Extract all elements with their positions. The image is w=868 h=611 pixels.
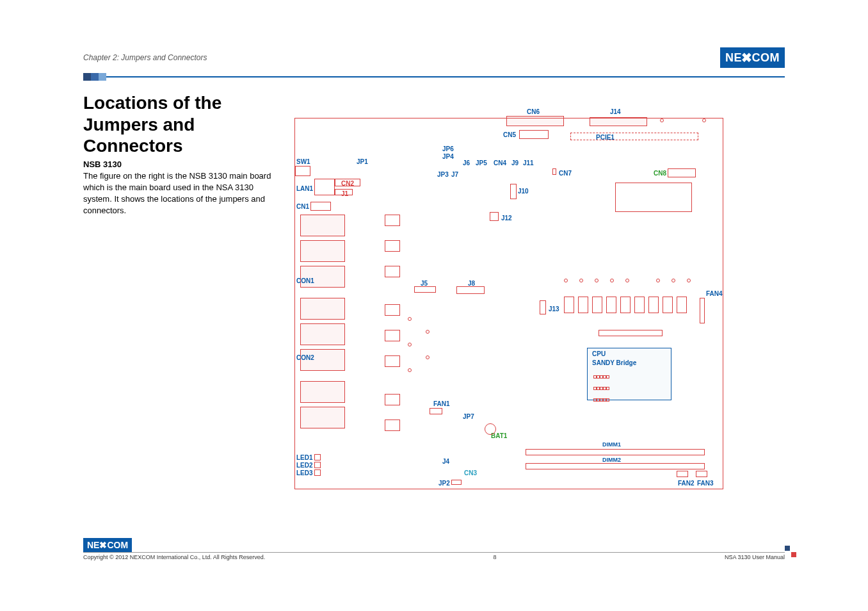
mount-hole-icon	[702, 118, 706, 122]
label-jp5: JP5	[476, 159, 487, 167]
label-con2: CON2	[296, 354, 314, 361]
conn-j12	[490, 212, 499, 221]
logo-x-icon: ✖	[99, 540, 107, 550]
lan-port-block	[300, 298, 345, 320]
label-j14: J14	[610, 108, 621, 115]
slot-dimm1	[526, 449, 705, 455]
label-jp2: JP2	[438, 480, 450, 487]
manual-title: NSA 3130 User Manual	[725, 554, 785, 560]
slot-dimm2	[526, 463, 705, 469]
label-fan1: FAN1	[433, 400, 450, 407]
label-j9: J9	[511, 159, 518, 167]
footer-rule	[83, 552, 785, 553]
label-cn8: CN8	[654, 170, 666, 177]
label-dimm2: DIMM2	[602, 457, 621, 463]
label-cpu: CPU	[592, 350, 606, 357]
label-fan4: FAN4	[706, 290, 723, 297]
label-j10: J10	[518, 188, 529, 195]
chapter-header: Chapter 2: Jumpers and Connectors	[83, 53, 207, 62]
mount-hole-icon	[660, 118, 664, 122]
label-j4: J4	[442, 458, 449, 465]
label-lan1: LAN1	[296, 185, 313, 192]
led-icon	[314, 454, 321, 460]
label-led1: LED1	[296, 454, 313, 461]
battery-icon	[485, 423, 496, 435]
decorative-squares	[83, 73, 106, 81]
conn-cn6	[506, 116, 564, 126]
label-j11: J11	[523, 159, 534, 167]
conn-cn8	[668, 168, 696, 177]
label-jp7: JP7	[463, 413, 474, 420]
conn-j8	[456, 286, 485, 294]
logo-x-icon: ✖	[741, 50, 753, 65]
label-cn7: CN7	[559, 170, 572, 177]
label-dimm1: DIMM1	[602, 441, 621, 448]
label-cn4: CN4	[494, 159, 506, 167]
label-j13: J13	[549, 306, 559, 313]
label-cn6: CN6	[527, 108, 540, 115]
label-fan2: FAN2	[678, 480, 695, 487]
copyright-text: Copyright © 2012 NEXCOM International Co…	[83, 554, 265, 560]
label-sw1: SW1	[296, 158, 310, 165]
mainboard-diagram: CN6 J14 CN5 PCIE1 JP6 JP4 SW1 JP1 J6 JP5…	[294, 118, 723, 489]
conn-jp2	[451, 480, 462, 485]
lan-port-block	[300, 215, 345, 236]
subtitle-model: NSB 3130	[83, 159, 282, 169]
conn-fan1	[430, 408, 442, 414]
conn-cn7	[552, 168, 556, 175]
brand-logo-bottom: NE✖COM	[83, 538, 132, 552]
conn-cn1	[310, 202, 331, 211]
intro-paragraph: The figure on the right is the NSB 3130 …	[83, 170, 282, 217]
label-j12: J12	[501, 215, 512, 222]
label-cn5: CN5	[503, 131, 516, 138]
label-j6: J6	[463, 159, 470, 167]
resistor-row	[599, 330, 663, 336]
page-title: Locations of the Jumpers and Connectors	[83, 92, 282, 157]
conn-j5	[414, 286, 436, 293]
lan-port-block	[300, 240, 345, 262]
slot-pcie1	[570, 133, 698, 140]
label-cn1: CN1	[296, 203, 309, 210]
label-jp1: JP1	[357, 158, 368, 165]
label-con1: CON1	[296, 277, 314, 284]
label-cn3: CN3	[464, 469, 477, 477]
lan-port-block	[300, 381, 345, 403]
label-jp6: JP6	[442, 145, 454, 152]
label-sandy-bridge: SANDY Bridge	[592, 359, 636, 366]
lan-port-block	[300, 323, 345, 345]
conn-sw1	[295, 166, 310, 176]
header-rule	[106, 76, 785, 77]
conn-j14	[590, 117, 647, 126]
label-j7: J7	[451, 171, 458, 178]
label-jp3: JP3	[437, 171, 449, 178]
conn-cn5	[519, 130, 549, 139]
label-jp4: JP4	[442, 153, 454, 160]
label-fan3: FAN3	[697, 480, 714, 487]
conn-fan4	[700, 298, 705, 323]
conn-fan2	[677, 471, 688, 477]
conn-fan3	[696, 471, 707, 477]
lan-port-block	[300, 407, 345, 428]
page-number: 8	[494, 554, 497, 560]
conn-j1	[335, 189, 353, 195]
label-led2: LED2	[296, 462, 313, 469]
brand-logo-top: NE✖COM	[720, 47, 785, 68]
led-icon	[314, 469, 321, 476]
corner-decor-icon	[785, 546, 796, 557]
conn-j10	[510, 184, 517, 199]
conn-j13	[540, 300, 546, 314]
label-led3: LED3	[296, 469, 313, 477]
chip-block	[615, 183, 692, 212]
conn-cn2	[335, 179, 360, 186]
conn-lan1	[314, 179, 335, 195]
cpu-pad-grid-icon	[593, 370, 609, 404]
led-icon	[314, 462, 321, 468]
